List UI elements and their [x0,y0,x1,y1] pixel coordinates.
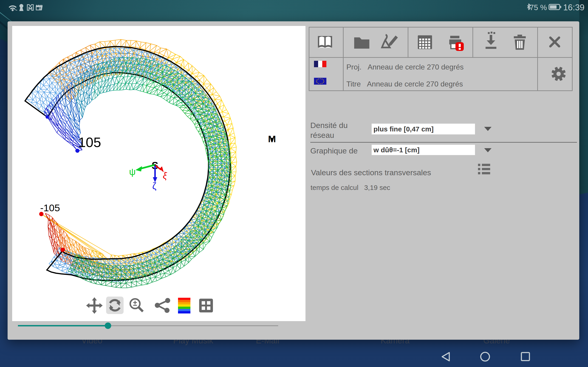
svg-text:ζ: ζ [152,181,156,191]
svg-text:ψ: ψ [129,167,136,177]
svg-text:-105: -105 [40,202,60,213]
svg-text:105: 105 [78,135,101,150]
svg-text:ξ: ξ [162,170,168,181]
